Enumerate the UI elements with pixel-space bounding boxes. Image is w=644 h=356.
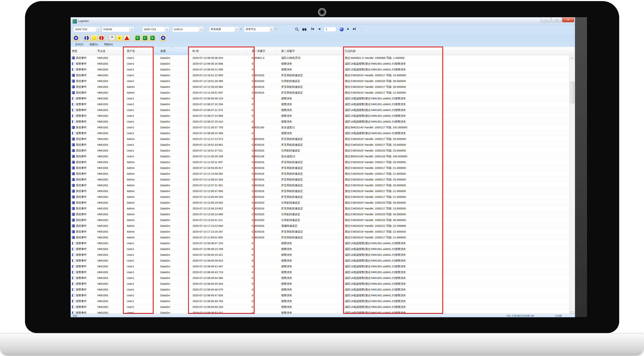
start-date-input[interactable]: 2020/ 7/13 ▲▼ — [74, 26, 100, 32]
table-row[interactable]: 报警事件HMI1001User1DataSrv2020-07-13 08:45:… — [71, 298, 570, 304]
last-page-button[interactable]: ▶ — [353, 27, 356, 30]
table-row[interactable]: 系统事件HMI1001AdminDataSrv2020-07-13 12:13:… — [71, 171, 570, 177]
table-row[interactable]: 系统事件HMI1001AdminDataSrv2020-07-13 12:05:… — [71, 194, 570, 200]
column-header-1[interactable]: 节点名 — [97, 47, 123, 55]
column-header-0[interactable]: 类型 — [71, 47, 97, 55]
table-row[interactable]: 系统事件HMI1001User1DataSrv2020-07-13 16:51:… — [71, 142, 570, 148]
table-row[interactable]: 报警事件HMI1001User1DataSrv2020-07-13 08:36:… — [71, 96, 570, 101]
alarm-filter-icon[interactable] — [124, 35, 130, 41]
confirm-button-icon[interactable]: + — [134, 35, 141, 41]
cell-keyword2: 罗茨风机转速设定 — [276, 72, 340, 78]
ack-button-icon[interactable]: ✓ — [142, 35, 148, 41]
vertical-scrollbar[interactable]: ▲ ▼ — [569, 55, 574, 314]
table-row[interactable]: 报警事件HMI1001User1DataSrv2020-07-13 08:45:… — [71, 287, 570, 292]
cell-content: 测点'CMDS016' Handle: 1000217 写值: 23.00000… — [340, 206, 570, 211]
table-row[interactable]: 报警事件HMI1001User1DataSrv2020-07-13 08:37:… — [71, 113, 570, 119]
scroll-down-icon[interactable]: ▼ — [570, 310, 574, 314]
column-header-2[interactable]: 用户名 — [123, 47, 154, 55]
table-row[interactable]: 系统事件HMI1001User1DataSrv2020-07-13 08:35:… — [71, 55, 570, 61]
all-logs-icon[interactable] — [72, 35, 79, 41]
column-header-6[interactable]: 第二关键字 — [276, 47, 340, 55]
table-row[interactable]: 系统事件HMI1001AdminDataSrv2020-07-13 16:53:… — [71, 165, 570, 171]
start-date-spinner[interactable]: ▲▼ — [96, 27, 100, 32]
table-row[interactable]: 系统事件HMI1001User1DataSrv2020-07-13 21:30:… — [71, 124, 570, 130]
table-row[interactable]: 报警事件HMI1001User1DataSrv2020-07-13 08:37:… — [71, 101, 570, 107]
table-row[interactable]: 系统事件HMI1001AdminDataSrv2020-07-13 12:28:… — [71, 90, 570, 96]
menu-item-2[interactable]: 帮助(H) — [104, 43, 113, 46]
table-row[interactable]: 系统事件HMI1001AdminDataSrv2020-07-13 12:06:… — [71, 188, 570, 194]
end-time-input[interactable]: 9:39:13 ▲▼ — [172, 26, 204, 32]
table-row[interactable]: 报警事件HMI1001User1DataSrv2020-07-13 08:45:… — [71, 264, 570, 269]
table-row[interactable]: 系统事件HMI1001User1DataSrv2020-07-13 16:51:… — [71, 148, 570, 154]
table-row[interactable]: 报警事件HMI1001User1DataSrv2020-07-13 08:35:… — [71, 61, 570, 66]
about-icon[interactable] — [160, 35, 166, 41]
table-row[interactable]: 系统事件HMI1001AdminDataSrv2020-07-13 12:08:… — [71, 177, 570, 182]
table-row[interactable]: 报警事件HMI1001User1DataSrv2020-07-13 08:38:… — [71, 240, 570, 246]
column-header-4[interactable]: 时 间 — [188, 47, 247, 55]
table-row[interactable]: 报警事件HMI1001User1DataSrv2020-07-13 08:35:… — [71, 66, 570, 72]
table-row[interactable]: 系统事件HMI1001AdminDataSrv2020-07-13 12:02:… — [71, 217, 570, 223]
scrollbar-thumb[interactable] — [570, 82, 574, 103]
table-row[interactable]: 报警事件HMI1001User1DataSrv2020-07-13 08:39:… — [71, 246, 570, 252]
table-row[interactable]: 系统事件HMI1001AdminDataSrv2020-07-13 12:04:… — [71, 206, 570, 212]
close-button[interactable]: × — [562, 17, 574, 22]
table-row[interactable]: 系统事件HMI1001AdminDataSrv2020-07-13 17:13:… — [71, 229, 570, 234]
prev-page-button[interactable]: ◀ — [318, 27, 320, 30]
column-header-5[interactable]: 第一关键字 — [247, 47, 276, 55]
table-row[interactable]: 系统事件HMI1001AdminDataSrv2020-07-13 12:07:… — [71, 182, 570, 188]
cell-user: User1 — [123, 304, 154, 310]
node-filter-select[interactable]: 所有节点 ▼ — [244, 26, 274, 32]
table-row[interactable]: 报警事件HMI1001User1DataSrv2020-07-13 08:45:… — [71, 310, 570, 314]
column-header-3[interactable]: 来源▲ — [154, 47, 188, 55]
table-row[interactable]: 报警事件HMI1001User1DataSrv2020-07-13 08:45:… — [71, 275, 570, 281]
end-date-input[interactable]: 2020/ 7/14 ▲▼ — [142, 26, 169, 32]
minimize-button[interactable]: – — [540, 17, 551, 22]
warning-filter-icon[interactable] — [91, 35, 97, 41]
table-row[interactable]: 报警事件HMI1001User1DataSrv2020-07-13 08:45:… — [71, 292, 570, 298]
table-row[interactable]: 报警事件HMI1001User1DataSrv2020-07-13 08:45:… — [71, 304, 570, 310]
table-row[interactable]: 报警事件HMI1001User1DataSrv2020-07-13 08:37:… — [71, 119, 570, 124]
end-date-spinner[interactable]: ▲▼ — [165, 27, 169, 32]
table-row[interactable]: 报警事件HMI1001User1DataSrv2020-07-13 08:40:… — [71, 258, 570, 264]
search-button[interactable] — [294, 27, 300, 32]
table-row[interactable]: 系统事件HMI1001AdminDataSrv2020-07-13 12:27:… — [71, 136, 570, 142]
info-filter-icon[interactable] — [83, 35, 90, 41]
error-filter-icon[interactable] — [98, 35, 104, 41]
refresh-icon — [340, 27, 344, 31]
table-row[interactable]: 系统事件HMI1001AdminDataSrv2020-07-13 12:29:… — [71, 84, 570, 90]
export-button-icon[interactable]: ● — [149, 35, 156, 41]
page-input[interactable]: 1 — [324, 27, 336, 32]
end-time-spinner[interactable]: ▲▼ — [199, 27, 204, 32]
start-time-spinner[interactable]: ▲▼ — [130, 27, 134, 32]
table-row[interactable]: 系统事件HMI1001AdminDataSrv2020-07-13 12:25:… — [71, 159, 570, 165]
node-clear-icon[interactable]: × — [275, 28, 277, 30]
find-button[interactable] — [302, 27, 307, 32]
scroll-up-icon[interactable]: ▲ — [570, 55, 574, 59]
maximize-button[interactable]: □ — [551, 17, 562, 22]
table-row[interactable]: 系统事件HMI1001AdminDataSrv2020-07-13 17:13:… — [71, 223, 570, 229]
event-filter-icon[interactable] — [109, 35, 115, 41]
column-header-7[interactable]: 日志内容 — [340, 47, 575, 55]
start-time-input[interactable]: 0:00:00 ▲▼ — [102, 26, 134, 32]
table-row[interactable]: 系统事件HMI1001User1DataSrv2020-07-13 21:30:… — [71, 154, 570, 159]
table-row[interactable]: 系统事件HMI1001AdminDataSrv2020-07-13 12:05:… — [71, 200, 570, 206]
source-clear-icon[interactable]: × — [240, 28, 242, 30]
operate-filter-icon[interactable] — [116, 35, 123, 41]
first-page-button[interactable]: ◀ — [312, 27, 314, 30]
table-row[interactable]: 系统事件HMI1001User1DataSrv2020-07-13 16:51:… — [71, 72, 570, 78]
chevron-down-icon[interactable]: ▼ — [270, 27, 274, 32]
table-row[interactable]: 报警事件HMI1001User1DataSrv2020-07-13 08:45:… — [71, 281, 570, 287]
chevron-down-icon[interactable]: ▼ — [234, 27, 239, 32]
table-row[interactable]: 系统事件HMI1001AdminDataSrv2020-07-13 11:55:… — [71, 234, 570, 240]
table-row[interactable]: 系统事件HMI1001AdminDataSrv2020-07-13 12:04:… — [71, 212, 570, 217]
source-filter-select[interactable]: 所有来源 ▼ — [209, 26, 239, 32]
menu-item-0[interactable]: 文件(F) — [75, 43, 84, 46]
table-row[interactable]: 报警事件HMI1001User1DataSrv2020-07-13 08:38:… — [71, 130, 570, 136]
table-row[interactable]: 报警事件HMI1001User1DataSrv2020-07-13 08:37:… — [71, 107, 570, 113]
table-row[interactable]: 系统事件HMI1001User1DataSrv2020-07-13 16:51:… — [71, 78, 570, 84]
menu-item-1[interactable]: 视图(V) — [90, 43, 98, 46]
next-page-button[interactable]: ▶ — [347, 27, 349, 30]
table-row[interactable]: 报警事件HMI1001User1DataSrv2020-07-13 08:40:… — [71, 252, 570, 258]
table-row[interactable]: 报警事件HMI1001User1DataSrv2020-07-13 08:45:… — [71, 269, 570, 275]
refresh-button[interactable] — [339, 27, 344, 32]
